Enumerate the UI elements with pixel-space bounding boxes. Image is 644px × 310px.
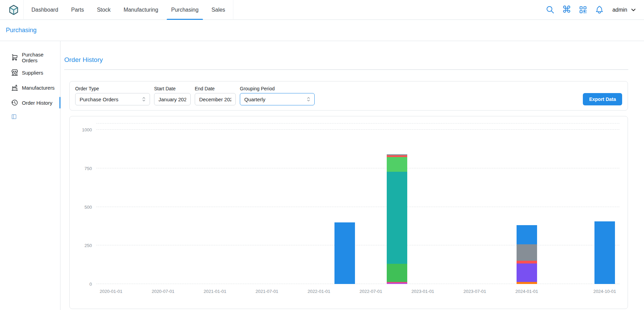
- x-axis-tick-label: 2021-07-01: [256, 289, 278, 294]
- sidebar-toggle-icon[interactable]: [11, 114, 17, 120]
- order-type-group: Order Type Purchase Orders: [75, 86, 150, 105]
- gridline-750: [96, 168, 619, 168]
- grouping-period-value: Quarterly: [244, 96, 265, 102]
- main-nav-tabs: DashboardPartsStockManufacturingPurchasi…: [23, 0, 233, 20]
- grouping-period-select[interactable]: Quarterly: [240, 93, 315, 105]
- navbar-actions: ⌘ admin: [545, 5, 637, 15]
- user-menu[interactable]: admin: [612, 7, 637, 13]
- x-axis-tick-label: 2023-07-01: [463, 289, 486, 294]
- tab-stock[interactable]: Stock: [91, 0, 117, 20]
- building-factory-icon: [11, 84, 18, 91]
- bar-segment: [387, 264, 407, 282]
- grouping-period-group: Grouping Period Quarterly: [240, 86, 315, 105]
- app-logo-icon: [8, 4, 19, 16]
- order-type-value: Purchase Orders: [80, 96, 118, 102]
- y-axis-tick-label: 0: [90, 282, 92, 287]
- stacked-bar-2024-10-01[interactable]: [594, 124, 615, 284]
- x-axis-tick-label: 2024-01-01: [516, 289, 538, 294]
- end-date-group: End Date: [195, 86, 236, 105]
- sidebar-item-purchase-orders[interactable]: Purchase Orders: [0, 50, 60, 65]
- end-date-input[interactable]: [195, 93, 236, 105]
- title-divider: [64, 69, 628, 70]
- x-axis-tick-label: 2022-07-01: [359, 289, 382, 294]
- stacked-bar-2022-10-01[interactable]: [387, 124, 407, 284]
- content-area: Purchase OrdersSuppliersManufacturersOrd…: [0, 41, 644, 310]
- main-panel: Order History Order Type Purchase Orders…: [60, 41, 644, 310]
- command-palette-icon[interactable]: ⌘: [562, 5, 571, 15]
- sidebar-item-label: Suppliers: [22, 70, 43, 76]
- x-axis-tick-label: 2020-07-01: [152, 289, 175, 294]
- start-date-group: Start Date: [154, 86, 191, 105]
- tab-purchasing[interactable]: Purchasing: [165, 0, 205, 20]
- y-axis-tick-label: 250: [84, 243, 92, 248]
- order-type-label: Order Type: [75, 86, 150, 91]
- filter-panel: Order Type Purchase Orders Start Date En…: [69, 81, 628, 111]
- bar-segment: [517, 261, 537, 263]
- grouping-period-label: Grouping Period: [240, 86, 315, 91]
- bar-segment: [594, 221, 615, 284]
- select-chevrons-icon: [141, 96, 147, 102]
- x-axis-tick-label: 2023-01-01: [411, 289, 434, 294]
- start-date-input[interactable]: [154, 93, 191, 105]
- chevron-down-icon: [630, 7, 637, 13]
- gridline-250: [96, 245, 619, 245]
- x-axis-tick-label: 2021-01-01: [204, 289, 227, 294]
- qr-scan-icon[interactable]: [578, 5, 588, 15]
- gridline-0: [96, 284, 619, 284]
- sidebar-item-label: Purchase Orders: [22, 52, 60, 63]
- building-store-icon: [11, 69, 18, 76]
- sidebar-item-order-history[interactable]: Order History: [0, 95, 60, 110]
- sidebar-item-label: Manufacturers: [22, 85, 55, 91]
- bar-segment: [387, 283, 407, 284]
- select-chevrons-icon: [305, 96, 312, 102]
- bar-segment: [517, 244, 537, 261]
- y-axis-tick-label: 500: [84, 204, 92, 209]
- sidebar-item-suppliers[interactable]: Suppliers: [0, 65, 60, 80]
- username-label: admin: [612, 7, 627, 13]
- gridline-1000: [96, 129, 619, 130]
- order-type-select[interactable]: Purchase Orders: [75, 93, 150, 105]
- sidebar-items: Purchase OrdersSuppliersManufacturersOrd…: [0, 50, 60, 110]
- notifications-bell-icon[interactable]: [594, 5, 604, 15]
- order-history-chart-card: 025050075010002020-01-012020-07-012021-0…: [69, 116, 628, 309]
- sidebar: Purchase OrdersSuppliersManufacturersOrd…: [0, 41, 60, 310]
- stacked-bar-2022-04-01[interactable]: [334, 124, 355, 284]
- tab-parts[interactable]: Parts: [65, 0, 90, 20]
- sidebar-item-label: Order History: [22, 100, 52, 106]
- app-logo[interactable]: [8, 4, 20, 16]
- bar-segment: [517, 225, 537, 244]
- top-navbar: DashboardPartsStockManufacturingPurchasi…: [0, 0, 644, 20]
- x-axis-tick-label: 2024-10-01: [593, 289, 616, 294]
- y-axis-tick-label: 750: [84, 166, 92, 171]
- gridline-500: [96, 207, 619, 207]
- shopping-cart-icon: [11, 54, 18, 61]
- bar-segment: [387, 172, 407, 263]
- bar-segment: [334, 222, 355, 284]
- chart-plot-area: 025050075010002020-01-012020-07-012021-0…: [96, 123, 619, 284]
- page-title: Order History: [64, 56, 628, 64]
- x-axis-tick-label: 2020-01-01: [100, 289, 123, 294]
- search-icon[interactable]: [545, 5, 555, 15]
- start-date-label: Start Date: [154, 86, 191, 91]
- bar-segment: [517, 282, 537, 284]
- tab-sales[interactable]: Sales: [205, 0, 232, 20]
- tab-manufacturing[interactable]: Manufacturing: [117, 0, 165, 20]
- bar-segment: [517, 263, 537, 282]
- page-header: Purchasing: [0, 20, 644, 41]
- history-icon: [11, 99, 18, 106]
- export-data-button[interactable]: Export Data: [583, 93, 622, 105]
- bar-segment: [387, 157, 407, 172]
- tab-dashboard[interactable]: Dashboard: [25, 0, 65, 20]
- sidebar-item-manufacturers[interactable]: Manufacturers: [0, 80, 60, 95]
- stacked-bar-2024-01-01[interactable]: [517, 124, 537, 284]
- breadcrumb[interactable]: Purchasing: [6, 27, 37, 34]
- end-date-label: End Date: [195, 86, 236, 91]
- x-axis-tick-label: 2022-01-01: [307, 289, 330, 294]
- y-axis-tick-label: 1000: [82, 127, 92, 132]
